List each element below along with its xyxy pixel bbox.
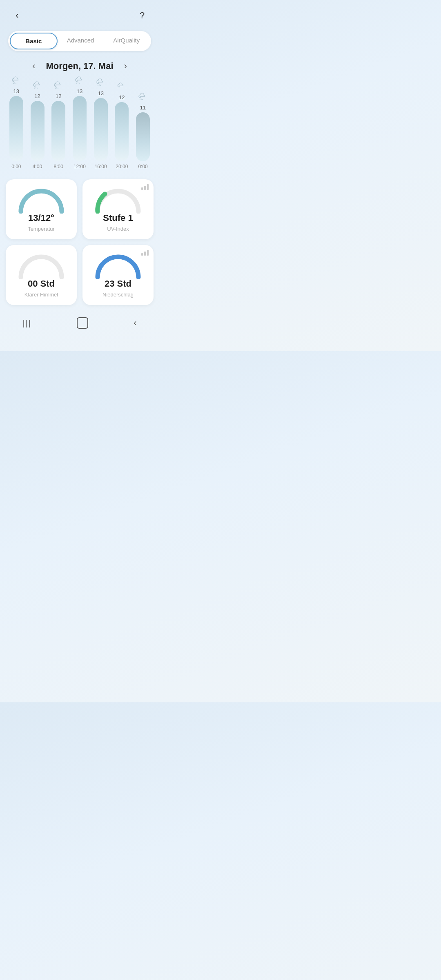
precipitation-value: 23 Std (105, 278, 131, 289)
cloud-icon-2 (54, 81, 63, 91)
date-label: Morgen, 17. Mai (46, 61, 113, 71)
bars-row: 13 12 (4, 80, 155, 161)
home-button[interactable] (77, 317, 88, 329)
bar-body-5 (115, 102, 129, 161)
tab-bar: Basic Advanced AirQuality (8, 31, 151, 51)
bar-body-1 (31, 101, 45, 161)
bar-col-4: 13 (94, 78, 108, 161)
bar-col-1: 12 (31, 81, 45, 161)
card-temperature[interactable]: 13/12° Temperatur (6, 179, 77, 239)
svg-rect-23 (147, 250, 149, 256)
cloud-icon-4 (96, 78, 105, 88)
uv-label: UV-Index (107, 226, 129, 232)
bar-temp-6: 11 (140, 105, 146, 111)
bar-body-6 (136, 112, 150, 161)
bar-col-5: 12 (115, 82, 129, 161)
prev-date-button[interactable]: ‹ (29, 59, 38, 73)
clear-sky-label: Klarer Himmel (24, 292, 58, 298)
time-label-6: 0:00 (135, 164, 151, 169)
bar-temp-3: 13 (77, 88, 82, 94)
bar-col-2: 12 (51, 81, 65, 161)
time-label-5: 20:00 (114, 164, 130, 169)
temperature-value: 13/12° (28, 213, 54, 223)
bar-body-2 (51, 101, 65, 161)
uv-gauge (94, 185, 143, 214)
menu-button[interactable]: ||| (23, 318, 32, 328)
time-label-1: 4:00 (29, 164, 46, 169)
bar-col-6: 11 (136, 93, 150, 161)
uv-value: Stufe 1 (103, 213, 133, 223)
bar-temp-0: 13 (13, 88, 19, 94)
time-label-4: 16:00 (93, 164, 109, 169)
tab-advanced[interactable]: Advanced (58, 33, 104, 49)
top-bar: ‹ ? (0, 0, 159, 27)
bar-col-3: 13 (73, 76, 87, 161)
time-labels-row: 0:00 4:00 8:00 12:00 16:00 20:00 0:00 (4, 161, 155, 169)
cloud-icon-0 (12, 76, 21, 86)
tab-airquality[interactable]: AirQuality (103, 33, 149, 49)
bar-body-4 (94, 98, 108, 161)
cloud-icon-1 (33, 81, 42, 91)
precipitation-label: Niederschlag (102, 292, 134, 298)
card-precipitation[interactable]: 23 Std Niederschlag (82, 245, 154, 305)
bar-col-0: 13 (9, 76, 23, 161)
bar-temp-2: 12 (56, 93, 61, 99)
date-nav: ‹ Morgen, 17. Mai › (0, 59, 159, 73)
bar-body-3 (73, 96, 87, 161)
back-button[interactable]: ‹ (10, 8, 24, 23)
back-nav-button[interactable]: ‹ (134, 318, 136, 328)
time-label-0: 0:00 (8, 164, 24, 169)
cloud-icon-5 (117, 82, 126, 92)
card-clear-sky[interactable]: 00 Std Klarer Himmel (6, 245, 77, 305)
clear-sky-gauge (17, 251, 66, 279)
card-uv-index[interactable]: Stufe 1 UV-Index (82, 179, 154, 239)
precipitation-gauge (94, 251, 143, 279)
temperature-gauge (17, 185, 66, 214)
bar-body-0 (9, 96, 23, 161)
bar-temp-5: 12 (119, 94, 125, 100)
cloud-icon-3 (75, 76, 84, 86)
cards-grid: 13/12° Temperatur Stufe 1 UV-Index (0, 173, 159, 312)
bar-temp-1: 12 (34, 93, 40, 99)
time-label-3: 12:00 (71, 164, 88, 169)
next-date-button[interactable]: › (121, 59, 130, 73)
tab-basic[interactable]: Basic (10, 33, 58, 49)
cloud-icon-6 (138, 93, 147, 102)
bar-chart: 13 12 (0, 80, 159, 169)
temperature-label: Temperatur (28, 226, 55, 232)
help-button[interactable]: ? (135, 8, 149, 23)
bar-temp-4: 13 (98, 90, 103, 96)
clear-sky-value: 00 Std (28, 278, 55, 289)
svg-rect-19 (144, 186, 146, 190)
svg-rect-22 (144, 252, 146, 256)
bottom-nav: ||| ‹ (0, 312, 159, 336)
time-label-2: 8:00 (50, 164, 67, 169)
svg-rect-20 (147, 184, 149, 190)
